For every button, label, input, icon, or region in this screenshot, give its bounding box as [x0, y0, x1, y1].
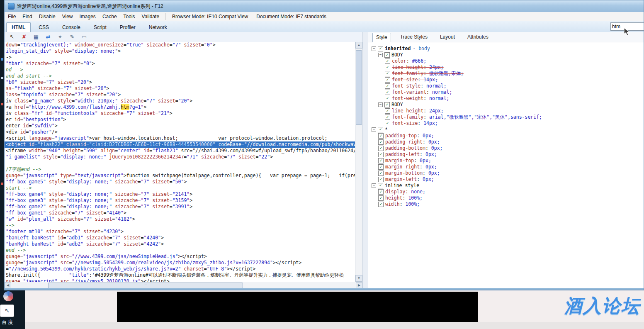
- style-checkbox[interactable]: ✓: [378, 152, 384, 157]
- html-source-pane[interactable]: down="tracking(event);" windowc_onresize…: [5, 42, 355, 282]
- code-line[interactable]: [5, 160, 355, 166]
- style-checkbox[interactable]: ✓: [385, 77, 390, 83]
- code-line[interactable]: start -->: [5, 185, 355, 191]
- style-checkbox[interactable]: ✓: [385, 71, 390, 76]
- menu-item-images[interactable]: Images: [76, 12, 99, 21]
- code-line[interactable]: and ad start -->: [5, 73, 355, 79]
- expand-toggle-icon[interactable]: −: [372, 127, 376, 132]
- scroll-down-icon[interactable]: ▼: [355, 275, 362, 282]
- expand-toggle-icon[interactable]: −: [372, 46, 376, 51]
- code-line[interactable]: nd -->: [5, 67, 355, 73]
- code-line[interactable]: <script language="javascript">var host=w…: [5, 135, 355, 141]
- code-line[interactable]: ->: [5, 54, 355, 61]
- style-checkbox[interactable]: ✓: [385, 58, 390, 64]
- style-checkbox[interactable]: ✓: [378, 46, 383, 51]
- tab-css[interactable]: CSS: [33, 22, 54, 32]
- code-line[interactable]: "ff-box game4" style="display: none;" si…: [5, 191, 355, 197]
- code-line[interactable]: guage="javascript" src="/jss/zmxy5_20180…: [5, 278, 355, 282]
- dock-launcher-icon[interactable]: ↖: [0, 305, 14, 317]
- code-line-selected[interactable]: <object id="flash22" classid="clsid:D27C…: [5, 141, 355, 148]
- style-tab-attributes[interactable]: Attributes: [464, 33, 492, 41]
- title-bar[interactable]: 造梦西游online,4399造梦西游online专题,造梦西游online系列…: [5, 0, 644, 12]
- code-line[interactable]: "footer mt10" sizcache="7" sizset="4230"…: [5, 229, 355, 235]
- code-line[interactable]: "banLeft banRest" id="adb1" sizcache="7"…: [5, 235, 355, 241]
- code-line[interactable]: guage="javascript" type="text/javascript…: [5, 173, 355, 179]
- code-line[interactable]: "i-gamelist" style="display: none;" jQue…: [5, 154, 355, 160]
- style-checkbox[interactable]: ✓: [378, 127, 383, 132]
- horizontal-scroll-thumb[interactable]: :::: [48, 283, 243, 288]
- code-line[interactable]: <iframe width="940" height="590" align="…: [5, 148, 355, 154]
- menu-item-find[interactable]: Find: [19, 12, 35, 21]
- code-line[interactable]: end -->: [5, 247, 355, 253]
- code-line[interactable]: "b0" sizcache="7" sizset="20">: [5, 79, 355, 85]
- code-line[interactable]: <a href="http://www.4399.com/flash/zmhj.…: [5, 104, 355, 110]
- style-checkbox[interactable]: ✓: [378, 139, 384, 145]
- code-line[interactable]: Share.init({ "title":'#4399造梦西游online#可以…: [5, 272, 355, 278]
- code-line[interactable]: lass="topinfo" sizcache="7" sizset="20">: [5, 92, 355, 98]
- code-line[interactable]: /7字题end -->: [5, 166, 355, 173]
- code-line[interactable]: guage="javascript" src="//www.4399.com/j…: [5, 253, 355, 260]
- tab-html[interactable]: HTML: [6, 22, 31, 32]
- expand-toggle-icon[interactable]: −: [378, 102, 383, 107]
- menu-item-view[interactable]: View: [59, 12, 76, 21]
- code-line[interactable]: guage="javascript" src="//newsimg.505439…: [5, 260, 355, 266]
- style-tab-style[interactable]: Style: [372, 33, 391, 42]
- taskbar-app-icon[interactable]: [1, 77, 3, 79]
- code-line[interactable]: ilogin_stat_div" style="display: none;">: [5, 48, 355, 54]
- tab-profiler[interactable]: Profiler: [114, 22, 141, 32]
- style-checkbox[interactable]: ✓: [385, 121, 390, 126]
- code-line[interactable]: "w" id="plun_all" sizcache="7" sizset="4…: [5, 216, 355, 222]
- code-line[interactable]: -->: [5, 222, 355, 229]
- taskbar-app-icon[interactable]: [1, 103, 3, 105]
- code-line[interactable]: <div id="pusher"/>: [5, 129, 355, 135]
- dock-logo-icon[interactable]: [3, 291, 13, 301]
- code-line[interactable]: "ff-box game2" style="display: none;" si…: [5, 204, 355, 210]
- menu-item-tools[interactable]: Tools: [120, 12, 139, 21]
- menu-item-file[interactable]: File: [5, 12, 19, 21]
- vertical-scrollbar[interactable]: ▲ ▼: [355, 42, 362, 282]
- code-line[interactable]: "ff-box game3" style="display: none;" si…: [5, 197, 355, 204]
- style-tab-trace-styles[interactable]: Trace Styles: [397, 33, 431, 41]
- style-checkbox[interactable]: ✓: [384, 102, 390, 107]
- style-checkbox[interactable]: ✓: [385, 83, 390, 89]
- scroll-up-icon[interactable]: ▲: [355, 42, 362, 49]
- taskbar-app-icon[interactable]: [1, 183, 3, 185]
- menu-item-cache[interactable]: Cache: [99, 12, 120, 21]
- style-checkbox[interactable]: ✓: [378, 146, 384, 151]
- style-checkbox[interactable]: ✓: [385, 96, 390, 101]
- refresh-icon[interactable]: ⇄: [44, 33, 53, 41]
- style-checkbox[interactable]: ✓: [378, 164, 384, 170]
- style-checkbox[interactable]: ✓: [385, 115, 390, 120]
- style-checkbox[interactable]: ✓: [378, 177, 384, 182]
- style-checkbox[interactable]: ✓: [378, 189, 384, 195]
- vertical-scroll-thumb[interactable]: [356, 50, 362, 125]
- code-line[interactable]: "ff-box game1" sizcache="7" sizset="4140…: [5, 210, 355, 216]
- tab-network[interactable]: Network: [143, 22, 173, 32]
- menu-item-validate[interactable]: Validate: [139, 12, 163, 21]
- style-checkbox[interactable]: ✓: [378, 133, 384, 139]
- code-line[interactable]: er id="bestposition">: [5, 117, 355, 123]
- browser-mode-menu[interactable]: Browser Mode: IE10 Compat View: [168, 14, 252, 19]
- code-line[interactable]: ="//newsimg.5054399.com/hykb/static/hykb…: [5, 266, 355, 272]
- style-checkbox[interactable]: ✓: [385, 65, 390, 70]
- style-tab-layout[interactable]: Layout: [437, 33, 458, 41]
- style-checkbox[interactable]: ✓: [378, 158, 384, 163]
- tab-console[interactable]: Console: [57, 22, 86, 32]
- taskbar-app-icon[interactable]: [1, 58, 3, 61]
- style-checkbox[interactable]: ✓: [378, 195, 384, 201]
- view-source-icon[interactable]: ⌖: [56, 33, 65, 41]
- code-line[interactable]: "ff-box game5" style="display: none;" si…: [5, 179, 355, 185]
- code-line[interactable]: down="tracking(event);" windowc_onresize…: [5, 42, 355, 48]
- select-element-icon[interactable]: ↖: [7, 33, 17, 41]
- save-icon[interactable]: ▦: [32, 33, 41, 41]
- document-mode-menu[interactable]: Document Mode: IE7 standards: [252, 14, 331, 19]
- console-output-icon[interactable]: ▭: [80, 33, 89, 41]
- style-checkbox[interactable]: ✓: [378, 183, 383, 188]
- code-line[interactable]: enter id="swfdiv">: [5, 123, 355, 129]
- clear-cache-icon[interactable]: ✘: [19, 33, 29, 41]
- code-line[interactable]: iv class="fr" id="functiontools" sizcach…: [5, 110, 355, 117]
- menu-item-disable[interactable]: Disable: [36, 12, 59, 21]
- tab-script[interactable]: Script: [88, 22, 112, 32]
- style-checkbox[interactable]: ✓: [378, 202, 384, 207]
- code-line[interactable]: "banRght banRest" id="adb2" sizcache="7"…: [5, 241, 355, 247]
